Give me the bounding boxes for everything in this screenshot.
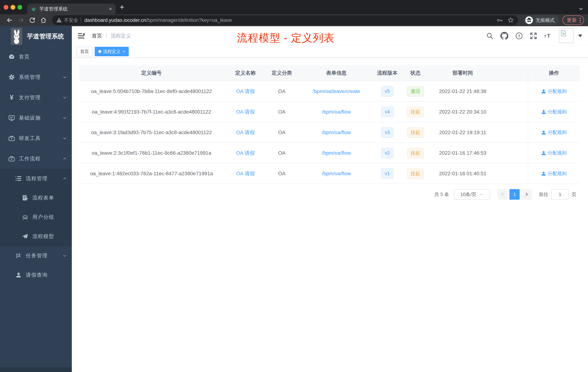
assign-rule-button[interactable]: 分配规则 [541,170,567,177]
browser-menu-kebab-icon[interactable] [580,18,581,23]
table-row: oa_leave:1:482ec033-762a-11ec-8477-a2380… [79,164,580,184]
sidebar-item-label: 首页 [19,53,30,60]
page-number-1[interactable]: 1 [509,189,520,200]
sidebar-item-process-form[interactable]: 流程表单 [0,188,72,208]
back-icon[interactable] [6,17,13,23]
sidebar-item-user-groups[interactable]: 用户分组 [0,208,72,227]
goto-page-group: 前往 页 [539,189,576,200]
definition-id: oa_leave:5:004b710b-7b8a-11ec-8ef0-acde4… [79,88,224,94]
fullscreen-icon[interactable] [530,32,537,40]
bookmark-star-icon[interactable] [508,17,514,23]
definition-name-link[interactable]: OA 请假 [236,88,255,95]
assign-rule-button[interactable]: 分配规则 [541,88,567,94]
tab-close-icon[interactable]: × [109,6,112,12]
new-tab-button[interactable]: + [120,3,124,11]
page-size-select[interactable]: 10条/页 [454,189,490,200]
sidebar-item-process-model[interactable]: 流程模型 [0,227,72,246]
sidebar-item-system[interactable]: 系统管理 [0,67,72,87]
definition-category: OA [267,88,296,94]
deploy-time: 2022-01-16 01:40:51 [433,171,493,176]
form-info-link[interactable]: /bpm/oa/flow [322,171,351,176]
breadcrumb-current: 流程定义 [111,33,131,39]
tab-list-chevron-icon[interactable] [578,7,583,11]
reload-icon[interactable] [29,17,35,23]
definition-name-link[interactable]: OA 请假 [236,150,255,156]
github-icon[interactable] [500,32,508,40]
definition-name-link[interactable]: OA 请假 [236,109,255,115]
definition-name-link[interactable]: OA 请假 [236,129,255,136]
assign-rule-button[interactable]: 分配规则 [541,150,567,156]
assign-rule-button[interactable]: 分配规则 [541,109,567,115]
column-header-definition-id: 定义编号 [79,69,224,77]
not-secure-label[interactable]: 不安全 [64,17,78,23]
form-info-link[interactable]: /bpm/oa/flow [322,130,351,135]
form-info-link[interactable]: /bpm/oa/flow [322,150,351,156]
url-text[interactable]: dashboard.yudao.iocoder.cn/bpm/manager/d… [84,17,232,23]
close-window-button[interactable] [4,5,8,10]
url-domain: dashboard.yudao.iocoder.cn [84,17,146,23]
chevron-down-icon [62,75,67,79]
breadcrumb-home[interactable]: 首页 [92,33,102,39]
browser-tab-strip: 芋道管理系统 × + [0,0,588,14]
sidebar-item-process-management[interactable]: 流程管理 [0,169,72,188]
update-label[interactable]: 更新 [567,17,577,23]
main-panel: 首页 / 流程定义 流程模型 - 定义列表 ? TT [72,26,588,372]
goto-page-input[interactable] [551,189,569,200]
forward-icon[interactable] [18,17,24,23]
zoom-window-button[interactable] [17,5,22,10]
sidebar-collapse-icon[interactable] [78,33,85,39]
deploy-time: 2022-01-22 19:19:11 [433,130,493,135]
page-size-value: 10条/页 [460,191,476,198]
status-badge: 激活 [407,86,424,97]
column-header-category: 定义分类 [267,69,296,77]
user-icon [541,151,546,155]
sidebar-item-label: 流程表单 [32,194,54,201]
tag-label: 流程定义 [103,49,121,55]
sidebar-item-label: 用户分组 [32,214,54,220]
definition-name-link[interactable]: OA 请假 [236,170,255,177]
sidebar-item-label: 流程模型 [32,233,54,240]
form-info-link[interactable]: /bpm/oa/flow [322,109,351,115]
assign-rule-label: 分配规则 [548,109,567,115]
sidebar-item-task-management[interactable]: 任务管理 [0,246,72,265]
search-icon[interactable] [486,32,494,40]
browser-tab[interactable]: 芋道管理系统 × [27,4,116,14]
sidebar-item-workflow[interactable]: 工作流程 [0,149,72,169]
sidebar-bottom-strip [0,367,72,372]
avatar[interactable] [559,29,573,43]
prev-page-button[interactable] [497,189,508,200]
password-key-icon[interactable] [497,17,503,23]
tag-home[interactable]: 首页 [76,47,93,56]
breadcrumb: 首页 / 流程定义 [92,33,131,39]
incognito-icon [525,16,533,24]
avatar-caret-down-icon[interactable] [578,34,582,37]
sidebar-item-infra[interactable]: 基础设施 [0,108,72,128]
sidebar-logo-bar[interactable]: 芋道管理系统 [0,26,72,47]
brand-avatar [11,28,22,45]
version-badge: v2 [381,148,393,158]
sidebar-item-payment[interactable]: ¥ 支付管理 [0,87,72,108]
tag-close-icon[interactable]: × [123,49,125,54]
help-question-icon[interactable]: ? [515,32,523,40]
app-frame: 芋道管理系统 首页 系统管理 ¥ 支付管理 基础设施 [0,26,588,372]
monitor-icon [8,115,15,121]
toolbox-icon [8,135,15,142]
form-info-link[interactable]: /bpm/oa/leave/create [313,88,360,94]
column-header-deploy-time: 部署时间 [433,69,493,77]
tag-process-definition[interactable]: 流程定义 × [95,47,129,56]
next-page-button[interactable] [521,189,532,200]
assign-rule-label: 分配规则 [548,170,567,177]
font-size-icon[interactable]: TT [544,32,552,40]
user-icon [541,109,546,114]
assign-rule-button[interactable]: 分配规则 [541,129,567,136]
browser-update-button[interactable]: 更新 [563,15,584,25]
sidebar-item-home[interactable]: 首页 [0,47,72,67]
column-header-status: 状态 [398,69,433,77]
goto-label: 前往 [539,191,548,198]
address-bar[interactable]: 不安全 dashboard.yudao.iocoder.cn/bpm/manag… [52,15,518,25]
sidebar-item-devtools[interactable]: 研发工具 [0,128,72,149]
definition-id: oa_leave:1:482ec033-762a-11ec-8477-a2380… [79,171,224,176]
home-icon[interactable] [40,17,47,23]
minimize-window-button[interactable] [10,5,15,10]
sidebar-item-leave-query[interactable]: 请假查询 [0,265,72,285]
